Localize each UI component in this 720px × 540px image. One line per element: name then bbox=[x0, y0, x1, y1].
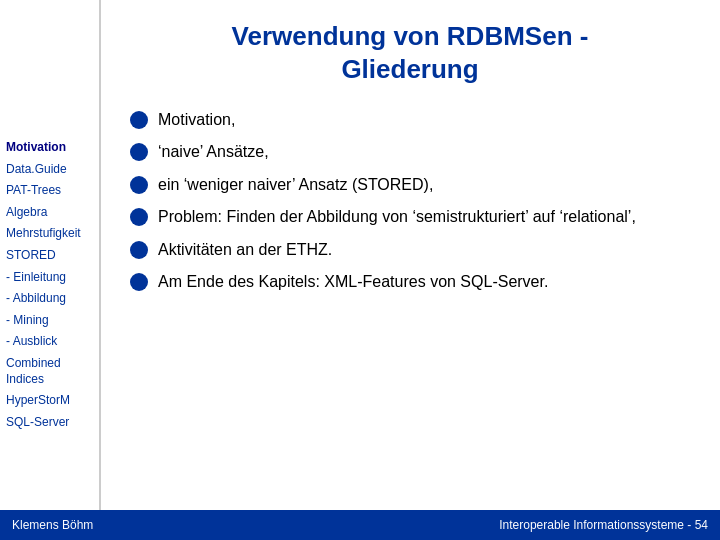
sidebar-item-8[interactable]: - Mining bbox=[6, 313, 95, 329]
bullet-item-1: ‘naive’ Ansätze, bbox=[130, 141, 690, 163]
bullet-item-0: Motivation, bbox=[130, 109, 690, 131]
bullet-text-4: Aktivitäten an der ETHZ. bbox=[158, 239, 332, 261]
sidebar-item-3[interactable]: Algebra bbox=[6, 205, 95, 221]
bullet-text-2: ein ‘weniger naiver’ Ansatz (STORED), bbox=[158, 174, 433, 196]
bullet-text-1: ‘naive’ Ansätze, bbox=[158, 141, 269, 163]
sidebar-item-5[interactable]: STORED bbox=[6, 248, 95, 264]
sidebar-item-10[interactable]: Combined Indices bbox=[6, 356, 95, 387]
bullet-item-2: ein ‘weniger naiver’ Ansatz (STORED), bbox=[130, 174, 690, 196]
title-line2: Gliederung bbox=[341, 54, 478, 84]
sidebar-item-0[interactable]: Motivation bbox=[6, 140, 95, 156]
bullet-text-5: Am Ende des Kapitels: XML-Features von S… bbox=[158, 271, 548, 293]
bullet-dot-2 bbox=[130, 176, 148, 194]
sidebar-item-7[interactable]: - Abbildung bbox=[6, 291, 95, 307]
bullet-item-3: Problem: Finden der Abbildung von ‘semis… bbox=[130, 206, 690, 228]
sidebar-item-6[interactable]: - Einleitung bbox=[6, 270, 95, 286]
sidebar-item-1[interactable]: Data.Guide bbox=[6, 162, 95, 178]
sidebar-item-9[interactable]: - Ausblick bbox=[6, 334, 95, 350]
bullet-item-5: Am Ende des Kapitels: XML-Features von S… bbox=[130, 271, 690, 293]
sidebar-item-4[interactable]: Mehrstufigkeit bbox=[6, 226, 95, 242]
title-line1: Verwendung von RDBMSen - bbox=[232, 21, 589, 51]
bullet-text-0: Motivation, bbox=[158, 109, 235, 131]
sidebar-item-2[interactable]: PAT-Trees bbox=[6, 183, 95, 199]
bullet-item-4: Aktivitäten an der ETHZ. bbox=[130, 239, 690, 261]
bullet-dot-5 bbox=[130, 273, 148, 291]
bullet-dot-0 bbox=[130, 111, 148, 129]
main-content: Verwendung von RDBMSen - Gliederung Moti… bbox=[100, 0, 720, 510]
footer-author: Klemens Böhm bbox=[12, 518, 93, 532]
footer: Klemens Böhm Interoperable Informationss… bbox=[0, 510, 720, 540]
footer-course: Interoperable Informationssysteme - 54 bbox=[499, 518, 708, 532]
bullet-dot-3 bbox=[130, 208, 148, 226]
sidebar-item-11[interactable]: HyperStorM bbox=[6, 393, 95, 409]
bullet-dot-1 bbox=[130, 143, 148, 161]
sidebar: MotivationData.GuidePAT-TreesAlgebraMehr… bbox=[0, 0, 100, 510]
bullet-dot-4 bbox=[130, 241, 148, 259]
bullet-text-3: Problem: Finden der Abbildung von ‘semis… bbox=[158, 206, 636, 228]
sidebar-item-12[interactable]: SQL-Server bbox=[6, 415, 95, 431]
slide-title: Verwendung von RDBMSen - Gliederung bbox=[130, 20, 690, 85]
bullet-list: Motivation,‘naive’ Ansätze,ein ‘weniger … bbox=[130, 109, 690, 293]
